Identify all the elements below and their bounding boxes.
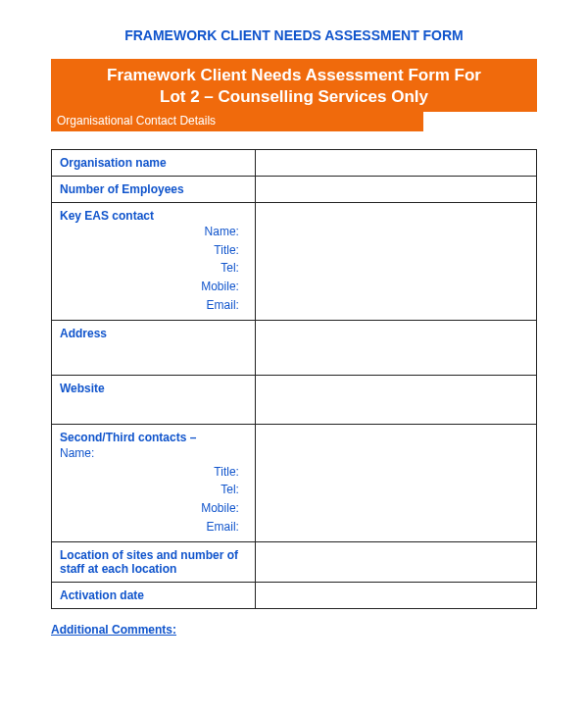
- sublabel-tel: Tel:: [60, 259, 239, 278]
- value-address[interactable]: [255, 321, 536, 376]
- sub-banner: Organisational Contact Details: [51, 112, 423, 131]
- value-activation-date[interactable]: [255, 583, 536, 609]
- label-organisation-name: Organisation name: [60, 156, 167, 170]
- label-activation-date: Activation date: [60, 588, 144, 602]
- label-key-eas-contact: Key EAS contact: [60, 209, 154, 223]
- sublabel-second-email: Email:: [60, 518, 239, 537]
- value-organisation-name[interactable]: [255, 150, 536, 177]
- label-location-sites: Location of sites and number of staff at…: [60, 548, 238, 576]
- label-second-third-contacts: Second/Third contacts –: [60, 431, 196, 444]
- row-location-sites: Location of sites and number of staff at…: [52, 542, 537, 583]
- value-key-eas-contact[interactable]: [255, 203, 536, 321]
- row-second-third-contacts: Second/Third contacts – Name: Title: Tel…: [52, 425, 537, 542]
- form-table: Organisation name Number of Employees Ke…: [51, 149, 537, 609]
- row-organisation-name: Organisation name: [52, 150, 537, 177]
- row-key-eas-contact: Key EAS contact Name: Title: Tel: Mobile…: [52, 203, 537, 321]
- key-eas-sublabels: Name: Title: Tel: Mobile: Email:: [60, 223, 247, 314]
- second-contacts-sublabels: Title: Tel: Mobile: Email:: [60, 463, 247, 536]
- additional-comments-heading: Additional Comments:: [51, 623, 537, 637]
- row-activation-date: Activation date: [52, 583, 537, 609]
- row-website: Website: [52, 376, 537, 425]
- label-address: Address: [60, 327, 107, 340]
- value-location-sites[interactable]: [255, 542, 536, 583]
- sublabel-second-tel: Tel:: [60, 481, 239, 499]
- value-number-of-employees[interactable]: [255, 177, 536, 203]
- value-second-third-contacts[interactable]: [255, 425, 536, 542]
- form-banner: Framework Client Needs Assessment Form F…: [51, 59, 537, 112]
- label-number-of-employees: Number of Employees: [60, 182, 184, 196]
- sublabel-mobile: Mobile:: [60, 278, 239, 296]
- sublabel-second-title: Title:: [60, 463, 239, 482]
- row-number-of-employees: Number of Employees: [52, 177, 537, 203]
- banner-line-1: Framework Client Needs Assessment Form F…: [107, 66, 481, 84]
- sublabel-email: Email:: [60, 296, 239, 315]
- sublabel-name: Name:: [60, 223, 239, 241]
- sublabel-title: Title:: [60, 241, 239, 260]
- page-title: FRAMEWORK CLIENT NEEDS ASSESSMENT FORM: [51, 27, 537, 43]
- sublabel-second-name: Name:: [60, 444, 247, 463]
- row-address: Address: [52, 321, 537, 376]
- label-website: Website: [60, 382, 105, 395]
- sublabel-second-mobile: Mobile:: [60, 499, 239, 518]
- banner-line-2: Lot 2 – Counselling Services Only: [160, 87, 428, 106]
- value-website[interactable]: [255, 376, 536, 425]
